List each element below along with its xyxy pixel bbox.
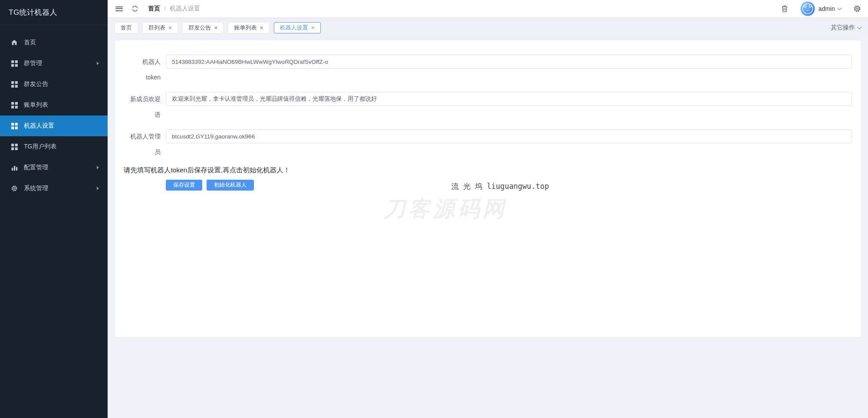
username: admin — [819, 5, 835, 12]
sidebar-item-label: 群管理 — [24, 59, 42, 67]
tab-label: 机器人设置 — [280, 24, 308, 32]
user-dropdown[interactable]: admin — [819, 5, 841, 12]
grid-icon — [10, 101, 18, 109]
tab-robot-settings[interactable]: 机器人设置 × — [274, 22, 321, 33]
chevron-down-icon — [858, 25, 862, 29]
sidebar-item-label: 系统管理 — [24, 184, 48, 192]
grid-icon — [10, 143, 18, 151]
grid-icon — [10, 59, 18, 67]
sidebar-item-group-management[interactable]: 群管理 — [0, 53, 108, 74]
save-settings-button[interactable]: 保存设置 — [166, 180, 202, 191]
sidebar-item-label: 机器人设置 — [24, 122, 54, 130]
tab-label: 群发公告 — [188, 24, 211, 32]
more-actions-label: 其它操作 — [831, 24, 855, 32]
more-actions-dropdown[interactable]: 其它操作 — [831, 24, 861, 32]
sidebar-menu: 首页 群管理 群发公告 账单列表 机器人设置 — [0, 25, 108, 199]
sidebar-item-config-management[interactable]: 配置管理 — [0, 157, 108, 178]
tab-label: 账单列表 — [234, 24, 256, 32]
sidebar-item-tg-user-list[interactable]: TG用户列表 — [0, 136, 108, 157]
tab-label: 首页 — [121, 24, 132, 32]
big-watermark: 刀客源码网 — [384, 194, 507, 224]
token-field-label: 机器人token — [130, 54, 166, 85]
form-row-welcome: 新成员欢迎语 — [124, 91, 852, 122]
tab-group-list[interactable]: 群列表 × — [142, 22, 178, 33]
sidebar-item-label: 账单列表 — [24, 101, 48, 109]
tab-label: 群列表 — [148, 24, 165, 32]
site-watermark: 流 光 坞 liuguangwu.top — [451, 181, 549, 191]
sidebar-item-system-management[interactable]: 系统管理 — [0, 178, 108, 199]
close-icon[interactable]: × — [168, 24, 172, 31]
chevron-down-icon — [838, 6, 842, 10]
sidebar-item-home[interactable]: 首页 — [0, 32, 108, 53]
form-hint-text: 请先填写机器人token后保存设置,再点击初始化机器人！ — [124, 166, 852, 175]
form-row-admins: 机器人管理员 — [124, 128, 852, 160]
breadcrumb-separator: / — [164, 5, 166, 12]
refresh-icon[interactable] — [132, 5, 138, 12]
grid-icon — [10, 122, 18, 130]
sidebar-item-label: TG用户列表 — [24, 143, 56, 151]
bar-chart-icon — [10, 164, 18, 171]
settings-gear-icon[interactable] — [853, 5, 861, 13]
sidebar-item-group-broadcast[interactable]: 群发公告 — [0, 74, 108, 95]
gear-icon — [10, 184, 18, 192]
home-icon — [10, 39, 18, 46]
chevron-right-icon — [97, 166, 99, 169]
chevron-right-icon — [97, 187, 99, 190]
tabbar: 首页 群列表 × 群发公告 × 账单列表 × 机器人设置 × 其它操作 — [108, 17, 868, 38]
tab-home[interactable]: 首页 — [115, 22, 138, 33]
sidebar-item-label: 群发公告 — [24, 80, 48, 88]
sidebar: TG统计机器人 首页 群管理 群发公告 账单列表 — [0, 0, 108, 418]
close-icon[interactable]: × — [260, 24, 263, 31]
form-row-token: 机器人token — [124, 54, 852, 85]
admins-field-label: 机器人管理员 — [130, 128, 166, 160]
welcome-input[interactable] — [166, 92, 852, 106]
grid-icon — [10, 80, 18, 88]
breadcrumb-home-link[interactable]: 首页 — [148, 5, 160, 13]
sidebar-item-robot-settings[interactable]: 机器人设置 — [0, 115, 108, 136]
token-input[interactable] — [166, 55, 852, 69]
trash-icon[interactable] — [781, 5, 788, 13]
init-robot-button[interactable]: 初始化机器人 — [207, 180, 254, 191]
user-avatar[interactable] — [800, 1, 815, 16]
main-area: 首页 / 机器人设置 — [108, 0, 868, 418]
breadcrumb: 首页 / 机器人设置 — [148, 5, 200, 13]
sidebar-item-bill-list[interactable]: 账单列表 — [0, 95, 108, 115]
breadcrumb-current: 机器人设置 — [170, 5, 200, 13]
chevron-right-icon — [97, 62, 99, 65]
close-icon[interactable]: × — [311, 24, 315, 31]
topbar: 首页 / 机器人设置 — [108, 0, 868, 17]
tab-group-broadcast[interactable]: 群发公告 × — [182, 22, 224, 33]
close-icon[interactable]: × — [214, 24, 217, 31]
sidebar-item-label: 配置管理 — [24, 164, 48, 171]
sidebar-item-label: 首页 — [24, 39, 36, 46]
hamburger-menu-icon[interactable] — [115, 5, 123, 12]
app-title: TG统计机器人 — [0, 0, 108, 25]
content-area: 机器人token 新成员欢迎语 机器人管理员 请先填写机器人token后保存设置… — [108, 38, 868, 418]
tab-bill-list[interactable]: 账单列表 × — [228, 22, 269, 33]
admins-input[interactable] — [166, 129, 852, 143]
welcome-field-label: 新成员欢迎语 — [130, 91, 166, 122]
